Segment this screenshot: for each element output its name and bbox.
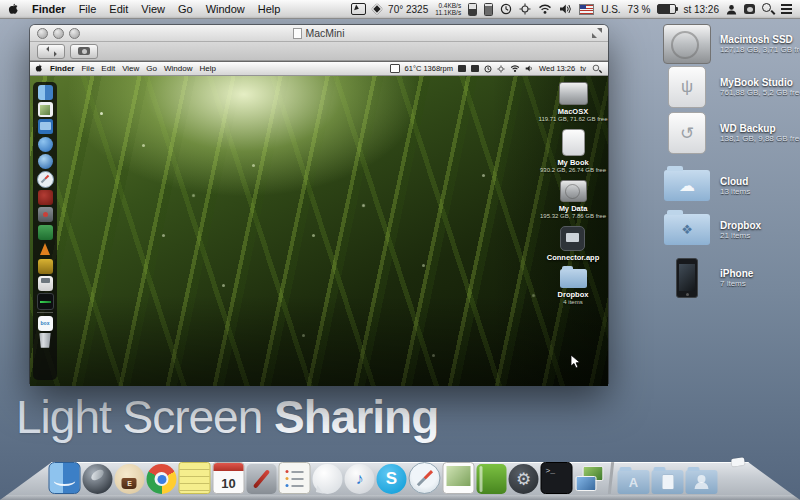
user-menu-icon[interactable] <box>726 4 737 15</box>
remote-menu-bar[interactable]: Finder File Edit View Go Window Help 61°… <box>30 62 608 76</box>
remote-wifi-icon[interactable] <box>510 65 520 72</box>
dock-screen-sharing-icon[interactable] <box>575 464 605 494</box>
apple-menu-icon[interactable] <box>8 3 19 16</box>
remote-apple-menu-icon[interactable] <box>35 64 43 73</box>
remote-spotlight-icon[interactable] <box>593 64 601 72</box>
remote-dock-safari-icon[interactable] <box>37 171 54 188</box>
menu-item-view[interactable]: View <box>141 3 165 15</box>
remote-icon-connector-app[interactable]: Connector.app <box>547 226 600 262</box>
dock-coda-icon[interactable] <box>477 464 507 494</box>
battery-percent[interactable]: 73 % <box>628 4 651 15</box>
menu-item-help[interactable]: Help <box>258 3 281 15</box>
dock-calendar-icon[interactable]: 10 <box>213 462 245 494</box>
remote-icon-dropbox[interactable]: Dropbox 4 items <box>558 269 589 305</box>
desktop-icon-mybook-studio[interactable]: ψ MyBook Studio 761,88 GB, 5,2 GB free <box>662 66 800 108</box>
remote-dock-box-icon[interactable]: box <box>38 316 53 331</box>
remote-volume-icon[interactable] <box>525 65 534 72</box>
menu-item-go[interactable]: Go <box>178 3 193 15</box>
remote-display-icon[interactable] <box>390 64 400 73</box>
dock-skype-icon[interactable]: S <box>377 464 407 494</box>
menu-clock[interactable]: st 13:26 <box>683 4 719 15</box>
dock-finder-icon[interactable] <box>49 462 81 494</box>
device-battery-icon-2[interactable] <box>484 3 493 16</box>
remote-dock-photo-booth-icon[interactable] <box>38 207 53 222</box>
menu-item-edit[interactable]: Edit <box>109 3 128 15</box>
desktop-icon-iphone[interactable]: iPhone 7 items <box>662 258 800 298</box>
remote-dock-front-row-icon[interactable] <box>38 190 53 205</box>
fit-to-window-button[interactable] <box>37 44 65 59</box>
remote-icon-macosx[interactable]: MacOSX 119.71 GB, 71.62 GB free <box>539 82 608 122</box>
input-language-label[interactable]: U.S. <box>601 4 620 15</box>
remote-dock-itunes-icon[interactable] <box>38 137 53 152</box>
dock-safari-icon[interactable] <box>409 462 441 494</box>
remote-menu-file[interactable]: File <box>81 64 94 73</box>
remote-dock-traffic-icon[interactable] <box>38 225 53 240</box>
remote-dock-ipod-icon[interactable] <box>38 276 53 291</box>
dock-trash-icon[interactable] <box>726 463 752 494</box>
remote-menu-clock[interactable]: Wed 13:26 <box>539 64 575 73</box>
remote-keyboard-icon[interactable] <box>458 65 466 72</box>
zoom-button[interactable] <box>69 28 80 39</box>
dock-terminal-icon[interactable]: >_ <box>541 462 573 494</box>
remote-icon-my-data[interactable]: My Data 195.32 GB, 7.86 GB free <box>540 180 606 219</box>
remote-dock-browser-icon[interactable] <box>38 154 53 169</box>
remote-location-icon[interactable] <box>497 65 505 73</box>
remote-dock-preview-icon[interactable] <box>38 102 53 117</box>
battery-icon[interactable] <box>657 4 676 14</box>
screen-sharing-indicator-icon[interactable] <box>351 3 366 15</box>
remote-icon-my-book[interactable]: My Book 930.2 GB, 26.74 GB free <box>540 129 606 173</box>
dock-stickies-icon[interactable] <box>179 462 211 494</box>
desktop-icon-wd-backup[interactable]: ↺ WD Backup 138,1 GB, 9,88 GB free <box>662 112 800 154</box>
menu-item-window[interactable]: Window <box>206 3 245 15</box>
input-language-flag-icon[interactable] <box>579 4 594 15</box>
remote-menu-help[interactable]: Help <box>199 64 215 73</box>
remote-time-machine-icon[interactable] <box>484 65 492 73</box>
dock-preview-icon[interactable] <box>443 462 475 494</box>
screenshot-button[interactable] <box>70 44 98 59</box>
remote-displays-icon[interactable] <box>471 65 479 72</box>
dock-stack-applications[interactable]: A <box>618 470 650 494</box>
notification-center-icon[interactable] <box>781 4 792 13</box>
remote-desktop-view[interactable]: Finder File Edit View Go Window Help 61°… <box>30 61 608 386</box>
menu-item-file[interactable]: File <box>79 3 97 15</box>
dock-messages-icon[interactable] <box>313 464 343 494</box>
menu-extra-icon[interactable] <box>744 4 755 14</box>
remote-dock-finder-icon[interactable] <box>38 85 53 100</box>
dock-chrome-icon[interactable] <box>147 464 177 494</box>
desktop-icon-cloud[interactable]: ☁ Cloud 13 items <box>662 170 800 201</box>
location-services-icon[interactable] <box>519 3 531 15</box>
remote-temp-fan-reading[interactable]: 61°C 1368rpm <box>405 64 453 73</box>
wifi-icon[interactable] <box>538 4 552 14</box>
remote-menu-view[interactable]: View <box>122 64 139 73</box>
time-machine-icon[interactable] <box>500 3 512 15</box>
remote-menu-go[interactable]: Go <box>146 64 157 73</box>
dock-stack-documents[interactable] <box>652 470 684 494</box>
dock-reminders-icon[interactable] <box>279 462 311 494</box>
window-title-bar[interactable]: MacMini <box>30 25 608 42</box>
dock-itunes-icon[interactable]: ♪ <box>345 464 375 494</box>
remote-dock-display-icon[interactable] <box>38 119 53 134</box>
remote-menu-finder[interactable]: Finder <box>50 64 74 73</box>
remote-dock-vlc-icon[interactable] <box>38 242 53 257</box>
remote-dock-trash-icon[interactable] <box>38 333 53 348</box>
spotlight-search-icon[interactable] <box>762 3 774 15</box>
volume-icon[interactable] <box>559 4 572 14</box>
remote-dock-digger-icon[interactable] <box>38 259 53 274</box>
minimize-button[interactable] <box>53 28 64 39</box>
dock-launchpad-icon[interactable] <box>83 464 113 494</box>
close-button[interactable] <box>37 28 48 39</box>
dock-utility-icon[interactable] <box>247 464 277 494</box>
dock-stack-users[interactable] <box>686 470 718 494</box>
menu-item-finder[interactable]: Finder <box>32 3 66 15</box>
dock-espresso-icon[interactable]: E <box>115 464 145 494</box>
network-speed-readout[interactable]: 0.4KB/s 11.1KB/s <box>435 2 461 16</box>
device-battery-icon-1[interactable] <box>468 3 477 16</box>
fullscreen-toggle-icon[interactable] <box>592 28 602 38</box>
dock-gear-app-icon[interactable]: ⚙ <box>509 464 539 494</box>
remote-dock-activity-monitor-icon[interactable] <box>37 293 54 310</box>
desktop-icon-dropbox[interactable]: ❖ Dropbox 21 items <box>662 214 800 245</box>
temp-fan-reading[interactable]: 70° 2325 <box>388 4 428 15</box>
remote-menu-edit[interactable]: Edit <box>101 64 115 73</box>
dropbox-menu-icon[interactable] <box>371 3 382 14</box>
desktop-icon-macintosh-ssd[interactable]: Macintosh SSD 127,18 GB, 3,71 GB free <box>662 24 800 64</box>
